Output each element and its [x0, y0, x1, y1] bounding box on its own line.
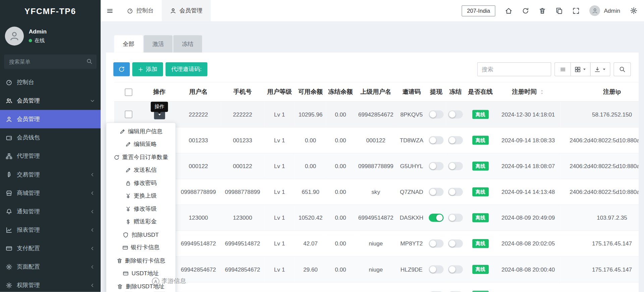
app-logo: YFCMF-TP6	[0, 0, 101, 22]
sidebar-item-member-wallet[interactable]: 会员钱包	[0, 128, 101, 147]
sidebar-item-label: 控制台	[17, 78, 34, 86]
dropdown-menu-item[interactable]: 银行卡信息	[106, 241, 175, 254]
nav-tab-console[interactable]: 控制台	[119, 0, 162, 21]
cell-phone: 69949514872	[221, 231, 264, 257]
sidebar-item-label: 会员管理	[17, 97, 40, 104]
navbar-user[interactable]: Admin	[590, 5, 620, 16]
sidebar-item-label: 通知管理	[17, 208, 40, 215]
table-toolbar: 添加 代理邀请码:	[106, 53, 639, 82]
col-header-freeze[interactable]: 冻结	[446, 82, 465, 102]
withdraw-toggle[interactable]	[429, 239, 443, 247]
nav-tab-members[interactable]: 会员管理	[162, 0, 211, 21]
cell-level: Lv 1	[264, 179, 295, 205]
search-icon[interactable]	[86, 58, 92, 64]
filter-tab-all[interactable]: 全部	[114, 35, 143, 52]
chevron-left-icon	[90, 191, 95, 196]
col-header-online[interactable]: 是否在线	[465, 82, 496, 102]
sidebar-item-page-config[interactable]: 页面配置	[0, 258, 101, 276]
refresh-table-button[interactable]	[113, 62, 130, 76]
col-header-invite-code[interactable]: 邀请码	[397, 82, 426, 102]
dropdown-menu-item[interactable]: 扣除USDT	[106, 228, 175, 241]
col-header-parent[interactable]: 上级用户名	[355, 82, 397, 102]
sidebar-item-notifications[interactable]: 通知管理	[0, 202, 101, 221]
copy-button[interactable]	[556, 7, 563, 14]
dropdown-menu-item[interactable]: 重置今日订单数量	[106, 151, 175, 164]
col-header-level[interactable]: 用户等级	[264, 82, 295, 102]
sidebar-item-console[interactable]: 控制台	[0, 73, 101, 91]
dropdown-menu-item[interactable]: 更换上级	[106, 190, 175, 203]
sidebar-item-members[interactable]: 会员管理	[0, 91, 101, 110]
cell-frozen-balance: 0.00	[326, 257, 355, 282]
chevron-left-icon	[90, 227, 95, 232]
add-member-button[interactable]: 添加	[132, 62, 163, 76]
environment-selector[interactable]: 207-India	[462, 5, 495, 16]
sidebar-item-permissions[interactable]: 权限管理	[0, 276, 101, 292]
dropdown-menu-item[interactable]: 编辑用户信息	[106, 125, 175, 138]
menu-item-icon	[114, 154, 119, 160]
sidebar-item-member-list[interactable]: 会员管理	[0, 110, 101, 128]
dropdown-menu-item[interactable]: 编辑策略	[106, 138, 175, 151]
actions-dropdown-menu: 编辑用户信息 编辑策略 重置今日订单数量 发送私信 修改密码	[106, 123, 176, 292]
withdraw-toggle[interactable]	[429, 188, 443, 196]
freeze-toggle[interactable]	[448, 265, 463, 273]
sidebar-item-agents[interactable]: 代理管理	[0, 147, 101, 165]
caret-down-icon	[602, 67, 606, 71]
agent-invite-code-button[interactable]: 代理邀请码:	[165, 62, 207, 76]
freeze-toggle[interactable]	[448, 136, 463, 144]
sort-icon[interactable]	[539, 89, 544, 94]
sidebar-item-payment-config[interactable]: 支付配置	[0, 239, 101, 258]
col-header-frozen-balance[interactable]: 冻结余额	[326, 82, 355, 102]
dropdown-menu-item[interactable]: 修改等级	[106, 203, 175, 216]
toggle-list-view-button[interactable]	[554, 62, 571, 76]
row-checkbox[interactable]	[125, 111, 132, 118]
cell-parent: niuge	[355, 231, 397, 257]
sidebar-item-transactions[interactable]: 交易管理	[0, 165, 101, 184]
freeze-toggle[interactable]	[448, 214, 463, 222]
filter-tab-frozen[interactable]: 冻结	[173, 35, 202, 52]
chevron-left-icon	[90, 246, 95, 251]
sidebar-search-input[interactable]	[4, 55, 97, 69]
list-icon	[559, 66, 566, 72]
chevron-left-icon	[90, 172, 95, 177]
refresh-button[interactable]	[522, 7, 529, 14]
settings-button[interactable]	[630, 7, 637, 14]
dropdown-menu-item[interactable]: 赠送彩金	[106, 215, 175, 228]
sidebar-item-mall[interactable]: 商城管理	[0, 184, 101, 202]
freeze-toggle[interactable]	[448, 188, 463, 196]
dropdown-menu-item[interactable]: 发送私信	[106, 164, 175, 177]
sidebar-item-reports[interactable]: 报表管理	[0, 221, 101, 239]
clear-cache-button[interactable]	[539, 7, 546, 14]
online-status-badge: 离线	[472, 213, 489, 222]
sidebar-toggle-button[interactable]	[101, 0, 119, 21]
cell-invite-code: Q7ZNAD	[397, 179, 426, 205]
withdraw-toggle[interactable]	[429, 214, 443, 222]
freeze-toggle[interactable]	[448, 162, 463, 170]
select-all-checkbox[interactable]	[125, 88, 132, 96]
withdraw-toggle[interactable]	[429, 291, 443, 292]
freeze-toggle[interactable]	[448, 239, 463, 247]
home-button[interactable]	[505, 7, 513, 14]
withdraw-toggle[interactable]	[429, 162, 443, 170]
col-header-reg-time[interactable]: 注册时间	[496, 82, 560, 102]
col-header-withdraw[interactable]: 提现	[426, 82, 446, 102]
col-header-phone[interactable]: 手机号	[221, 82, 264, 102]
sidebar-item-label: 支付配置	[17, 244, 40, 252]
col-header-actions[interactable]: 操作	[143, 82, 176, 102]
advanced-search-button[interactable]	[613, 62, 631, 76]
fullscreen-button[interactable]	[573, 7, 580, 14]
withdraw-toggle[interactable]	[429, 265, 443, 273]
withdraw-toggle[interactable]	[429, 136, 443, 144]
cell-phone: 000122	[221, 153, 264, 179]
columns-button[interactable]	[571, 62, 591, 76]
export-button[interactable]	[590, 62, 610, 76]
freeze-toggle[interactable]	[448, 110, 463, 118]
withdraw-toggle[interactable]	[429, 110, 443, 118]
freeze-toggle[interactable]	[448, 291, 463, 292]
col-header-username[interactable]: 用户名	[176, 82, 221, 102]
dropdown-menu-item[interactable]: 修改密码	[106, 177, 175, 190]
col-header-balance[interactable]: 可用余额	[295, 82, 326, 102]
table-search-input[interactable]	[477, 62, 551, 76]
col-header-reg-ip[interactable]: 注册ip	[560, 82, 639, 102]
filter-tab-active[interactable]: 激活	[144, 35, 173, 52]
dropdown-menu-item[interactable]: 删除银行卡信息	[106, 254, 175, 267]
